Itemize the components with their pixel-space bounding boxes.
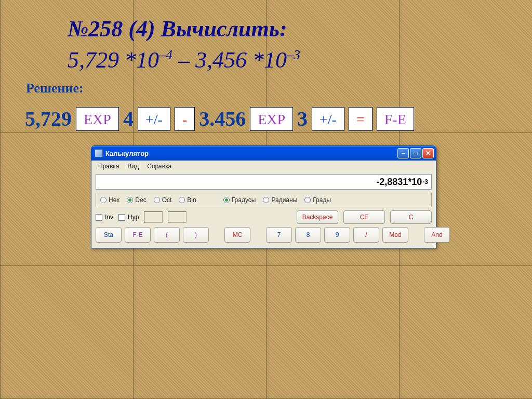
seq-num1: 5,729 [25,107,72,131]
display-main: -2,8831*10 [376,177,422,188]
seq-plusminus1: +/- [138,107,170,131]
radio-label: Dec [135,196,146,204]
hyp-label: Hyp [128,214,139,221]
minimize-button[interactable]: – [397,148,409,158]
menu-help[interactable]: Справка [143,162,175,170]
angle-радианы[interactable]: Радианы [263,196,297,204]
window-title: Калькулятор [105,150,396,157]
radio-icon [263,197,269,203]
seq-exp-key2: EXP [250,107,293,131]
menu-view[interactable]: Вид [124,162,143,170]
inv-label: Inv [105,214,113,221]
calculator-window: Калькулятор – □ ✕ Правка Вид Справка -2,… [91,145,436,248]
formula: 5,729 *10–4 – 3,456 *10–3 [68,47,300,73]
radio-label: Oct [162,196,172,204]
menubar: Правка Вид Справка [91,161,436,172]
radio-icon [127,197,133,203]
key-[interactable]: / [353,227,379,243]
backspace-button[interactable]: Backspace [297,210,338,224]
formula-minus: – [172,47,195,73]
formula-exp2: –3 [287,47,300,62]
seq-minus: - [175,107,195,131]
seq-fe: F-E [377,107,414,131]
radio-label: Грады [313,196,331,204]
key-mc[interactable]: MC [224,227,250,243]
mode-strip: HexDecOctBin ГрадусыРадианыГрады [96,193,432,207]
angle-градусы[interactable]: Градусы [223,196,256,204]
angle-грады[interactable]: Грады [304,196,331,204]
hyp-checkbox[interactable]: Hyp [118,214,139,221]
options-row: Inv Hyp Backspace CE C [96,210,432,224]
seq-digit1: 4 [123,107,134,131]
c-button[interactable]: C [390,210,432,224]
radio-label: Bin [187,196,196,204]
app-icon [95,149,103,157]
radio-icon [223,197,230,203]
seq-num2: 3.456 [199,107,246,131]
angle-group: ГрадусыРадианыГрады [223,196,331,204]
titlebar[interactable]: Калькулятор – □ ✕ [91,146,436,161]
paren-indicator [168,211,187,223]
radio-icon [154,197,160,203]
solution-label: Решение: [26,81,84,96]
ce-button[interactable]: CE [343,210,385,224]
seq-digit2: 3 [297,107,308,131]
radio-label: Hex [109,196,119,204]
key-fe[interactable]: F-E [125,227,151,243]
radix-bin[interactable]: Bin [179,196,196,204]
key-7[interactable]: 7 [266,227,292,243]
display-exponent: -3 [422,178,428,185]
radio-icon [304,197,311,203]
menu-edit[interactable]: Правка [95,162,123,170]
page-title: №258 (4) Вычислить: [68,16,287,42]
key-mod[interactable]: Mod [382,227,408,243]
formula-mul2: *10 [247,47,287,73]
radix-hex[interactable]: Hex [100,196,119,204]
radio-icon [100,197,107,203]
key-8[interactable]: 8 [295,227,321,243]
formula-a: 5,729 [68,47,119,73]
input-sequence: 5,729 EXP 4 +/- - 3.456 EXP 3 +/- = F-E [25,107,414,131]
key-9[interactable]: 9 [324,227,350,243]
formula-mul1: *10 [119,47,159,73]
key-[interactable]: ( [154,227,180,243]
calculator-display: -2,8831*10-3 [96,174,432,190]
radix-dec[interactable]: Dec [127,196,146,204]
radio-label: Радианы [271,196,297,204]
close-button[interactable]: ✕ [422,148,434,158]
radix-group: HexDecOctBin [100,196,196,204]
inv-checkbox[interactable]: Inv [96,214,113,221]
radio-icon [179,197,185,203]
formula-b: 3,456 [195,47,247,73]
key-[interactable]: ) [183,227,209,243]
memory-indicator [144,211,163,223]
key-and[interactable]: And [424,227,450,243]
keypad: StaF-E()MC789/ModAnd [96,227,432,243]
key-sta[interactable]: Sta [96,227,122,243]
radix-oct[interactable]: Oct [154,196,172,204]
radio-label: Градусы [232,196,256,204]
checkbox-icon [96,214,102,221]
seq-plusminus2: +/- [312,107,344,131]
formula-exp1: –4 [159,47,172,62]
seq-exp-key1: EXP [76,107,119,131]
checkbox-icon [118,214,125,221]
maximize-button[interactable]: □ [410,148,421,158]
seq-equals: = [349,107,373,131]
